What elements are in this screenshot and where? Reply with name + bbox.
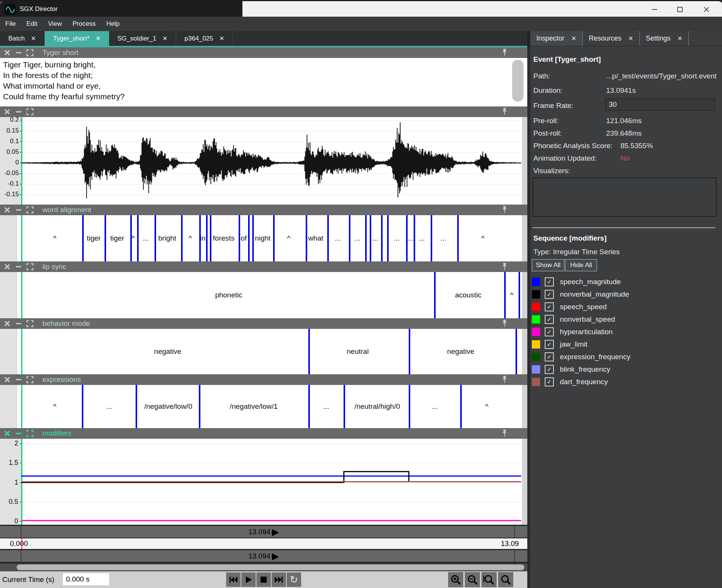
menu-item-help[interactable]: Help bbox=[101, 17, 125, 31]
channel-visibility-checkbox[interactable]: ✓ bbox=[545, 340, 554, 349]
playhead-caret[interactable] bbox=[21, 538, 22, 549]
minimize-panel-icon[interactable] bbox=[14, 429, 23, 438]
menu-item-edit[interactable]: Edit bbox=[21, 17, 42, 31]
minimize-panel-icon[interactable] bbox=[14, 263, 23, 271]
minimize-panel-icon[interactable] bbox=[14, 375, 23, 384]
sidebar-tab-inspector[interactable]: Inspector✕ bbox=[530, 31, 583, 46]
expand-panel-icon[interactable] bbox=[26, 48, 34, 57]
tab-close-icon[interactable]: ✕ bbox=[628, 35, 633, 42]
modifier-channel-row: ✓nonverbal_speed bbox=[532, 314, 615, 325]
duration-slider-bottom[interactable]: 13.094▶ bbox=[0, 550, 527, 562]
play-button[interactable] bbox=[241, 572, 256, 587]
tab-close-icon[interactable]: ✕ bbox=[163, 35, 167, 42]
minimize-panel-icon[interactable] bbox=[14, 319, 23, 328]
expand-panel-icon[interactable] bbox=[26, 429, 34, 438]
channel-visibility-checkbox[interactable]: ✓ bbox=[545, 327, 554, 336]
expand-panel-icon[interactable] bbox=[26, 375, 34, 384]
sidebar-tab-resources[interactable]: Resources✕ bbox=[583, 31, 639, 46]
horizontal-scrollbar-handle[interactable] bbox=[17, 565, 524, 570]
hide-all-button[interactable]: Hide All bbox=[565, 259, 597, 271]
channel-visibility-checkbox[interactable]: ✓ bbox=[545, 277, 554, 286]
segment-label: what bbox=[308, 234, 323, 242]
skip-to-start-button[interactable] bbox=[226, 572, 241, 587]
close-panel-icon[interactable] bbox=[3, 375, 11, 384]
minimize-panel-icon[interactable] bbox=[14, 108, 23, 116]
tab-label: Batch bbox=[8, 35, 25, 42]
loop-button[interactable]: ↻ bbox=[287, 572, 301, 587]
segment-label: tiger bbox=[110, 234, 124, 242]
close-panel-icon[interactable] bbox=[3, 263, 11, 271]
document-tab-sg_soldier_1[interactable]: SG_soldier_1✕ bbox=[109, 31, 176, 46]
show-all-button[interactable]: Show All bbox=[532, 259, 564, 271]
document-tab-tyger_short-[interactable]: Tyger_short*✕ bbox=[45, 31, 109, 46]
playhead-line[interactable] bbox=[21, 215, 22, 261]
range-end-value: 13.09 bbox=[501, 540, 519, 548]
segment-label: ^ bbox=[481, 234, 484, 242]
tab-close-icon[interactable]: ✕ bbox=[95, 35, 100, 42]
tab-close-icon[interactable]: ✕ bbox=[31, 35, 36, 42]
expand-panel-icon[interactable] bbox=[26, 263, 34, 271]
pin-panel-icon[interactable] bbox=[501, 375, 509, 384]
close-panel-icon[interactable] bbox=[3, 48, 11, 57]
close-panel-icon[interactable] bbox=[3, 108, 11, 116]
current-time-input[interactable] bbox=[63, 573, 109, 585]
zoom-fit-button[interactable] bbox=[498, 572, 513, 587]
modifiers-plot[interactable] bbox=[0, 439, 527, 525]
segment-boundary bbox=[210, 215, 211, 261]
sidebar-splitter[interactable] bbox=[527, 47, 530, 588]
segment-boundary bbox=[387, 215, 389, 261]
zoom-out-button[interactable] bbox=[465, 572, 480, 587]
channel-visibility-checkbox[interactable]: ✓ bbox=[545, 315, 554, 324]
slider-end-tick bbox=[514, 550, 515, 562]
expand-panel-icon[interactable] bbox=[26, 319, 34, 328]
segment-boundary bbox=[409, 385, 410, 428]
tab-close-icon[interactable]: ✕ bbox=[677, 35, 682, 42]
pin-panel-icon[interactable] bbox=[501, 108, 509, 116]
frame-rate-input[interactable] bbox=[605, 99, 715, 111]
close-button[interactable] bbox=[698, 3, 715, 16]
zoom-in-button[interactable] bbox=[448, 572, 463, 587]
panel-scrollbar-track bbox=[522, 385, 527, 428]
menu-item-file[interactable]: File bbox=[0, 17, 21, 31]
visualizers-list-box[interactable] bbox=[533, 177, 717, 217]
horizontal-scrollbar[interactable] bbox=[0, 563, 527, 571]
close-panel-icon[interactable] bbox=[3, 429, 11, 438]
channel-visibility-checkbox[interactable]: ✓ bbox=[545, 352, 554, 361]
playhead-line[interactable] bbox=[21, 272, 22, 318]
panel-title: behavior mode bbox=[42, 319, 90, 328]
loop-icon: ↻ bbox=[290, 575, 298, 585]
document-tab-p364_025[interactable]: p364_025✕ bbox=[176, 31, 233, 46]
zoom-selection-button[interactable] bbox=[481, 572, 497, 587]
minimize-panel-icon[interactable] bbox=[14, 206, 23, 214]
pin-panel-icon[interactable] bbox=[501, 206, 509, 214]
expand-panel-icon[interactable] bbox=[26, 108, 34, 116]
pin-panel-icon[interactable] bbox=[501, 263, 509, 271]
expand-panel-icon[interactable] bbox=[26, 206, 34, 214]
document-tab-batch[interactable]: Batch✕ bbox=[0, 31, 45, 46]
waveform-plot[interactable] bbox=[21, 117, 521, 205]
pin-panel-icon[interactable] bbox=[501, 48, 509, 57]
duration-slider-top[interactable]: 13.094▶ bbox=[0, 526, 527, 538]
close-panel-icon[interactable] bbox=[3, 319, 11, 328]
playhead-line[interactable] bbox=[21, 385, 22, 428]
pin-panel-icon[interactable] bbox=[501, 429, 509, 438]
minimize-panel-icon[interactable] bbox=[14, 48, 23, 57]
skip-to-end-button[interactable] bbox=[272, 572, 286, 587]
pin-panel-icon[interactable] bbox=[501, 319, 509, 328]
minimize-button[interactable] bbox=[646, 3, 663, 16]
text-scrollbar-handle[interactable] bbox=[512, 60, 524, 102]
menu-item-process[interactable]: Process bbox=[67, 17, 101, 31]
playhead-line[interactable] bbox=[21, 329, 22, 374]
menu-item-view[interactable]: View bbox=[43, 17, 67, 31]
channel-visibility-checkbox[interactable]: ✓ bbox=[545, 290, 554, 299]
tab-close-icon[interactable]: ✕ bbox=[219, 35, 224, 42]
stop-button[interactable] bbox=[256, 572, 271, 587]
segment-boundary bbox=[504, 272, 506, 318]
tab-close-icon[interactable]: ✕ bbox=[571, 35, 576, 42]
maximize-button[interactable] bbox=[671, 3, 689, 16]
close-panel-icon[interactable] bbox=[3, 206, 11, 214]
channel-visibility-checkbox[interactable]: ✓ bbox=[545, 377, 554, 386]
channel-visibility-checkbox[interactable]: ✓ bbox=[545, 365, 554, 374]
sidebar-tab-settings[interactable]: Settings✕ bbox=[640, 31, 689, 46]
channel-visibility-checkbox[interactable]: ✓ bbox=[545, 302, 554, 311]
